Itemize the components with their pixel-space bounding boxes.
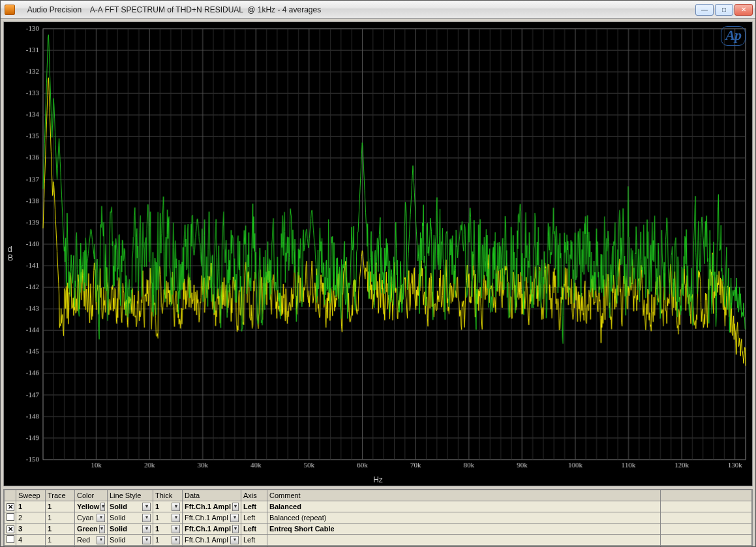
trace-cell: 1 (46, 512, 75, 524)
data-cell[interactable]: Fft.Ch.1 Ampl▾ (183, 535, 241, 546)
legend-header-trace[interactable]: Trace (46, 490, 75, 501)
legend-row[interactable]: ✕11Yellow▾Solid▾1▾Fft.Ch.1 Ampl▾LeftBala… (5, 501, 752, 512)
dropdown-icon[interactable]: ▾ (99, 525, 105, 533)
chart-area[interactable]: Ap dB Hz (3, 22, 753, 486)
axis-cell: Left (241, 535, 267, 546)
row-toggle-checkbox[interactable]: ✕ (7, 525, 14, 533)
color-cell[interactable]: Green▾ (75, 524, 108, 535)
linestyle-cell[interactable]: Solid▾ (108, 535, 153, 546)
app-icon (5, 5, 15, 15)
sweep-cell: 1 (16, 501, 46, 512)
dropdown-icon[interactable]: ▾ (230, 536, 239, 544)
row-toggle-checkbox[interactable] (7, 513, 14, 521)
trace-cell: 1 (46, 535, 75, 546)
legend-header-sweep[interactable]: Sweep (16, 490, 46, 501)
legend-row[interactable]: 21Cyan▾Solid▾1▾Fft.Ch.1 Ampl▾LeftBalance… (5, 512, 752, 524)
row-toggle[interactable]: ✕ (5, 501, 16, 512)
legend-row[interactable]: 41Red▾Solid▾1▾Fft.Ch.1 Ampl▾Left (5, 535, 752, 546)
legend-header-comment[interactable]: Comment (267, 490, 661, 501)
row-toggle[interactable] (5, 535, 16, 546)
thick-cell[interactable]: 1▾ (153, 535, 183, 546)
dropdown-icon[interactable]: ▾ (172, 503, 180, 511)
comment-cell[interactable] (267, 535, 661, 546)
thick-cell[interactable]: 1▾ (153, 512, 183, 524)
fft-spectrum-plot[interactable] (4, 22, 752, 486)
data-cell[interactable]: Fft.Ch.1 Ampl▾ (183, 501, 241, 512)
x-axis-label: Hz (373, 475, 383, 484)
row-toggle-checkbox[interactable] (7, 535, 14, 543)
comment-cell[interactable]: Balanced (repeat) (267, 512, 661, 524)
legend-panel: Sweep Trace Color Line Style Thick Data … (3, 489, 753, 547)
dropdown-icon[interactable]: ▾ (100, 503, 105, 511)
thick-cell[interactable]: 1▾ (153, 501, 183, 512)
sweep-cell: 3 (16, 524, 46, 535)
dropdown-icon[interactable]: ▾ (97, 514, 105, 522)
axis-cell: Left (241, 512, 267, 524)
title-bar: Audio Precision A-A FFT SPECTRUM of THD+… (1, 1, 755, 19)
legend-table: Sweep Trace Color Line Style Thick Data … (4, 490, 752, 547)
maximize-button[interactable]: □ (715, 4, 733, 16)
dropdown-icon[interactable]: ▾ (172, 536, 180, 544)
linestyle-cell[interactable]: Solid▾ (108, 512, 153, 524)
dropdown-icon[interactable]: ▾ (230, 514, 239, 522)
dropdown-icon[interactable]: ▾ (142, 514, 151, 522)
close-button[interactable]: ✕ (734, 4, 753, 16)
window-title: Audio Precision A-A FFT SPECTRUM of THD+… (19, 0, 695, 23)
legend-header-axis[interactable]: Axis (241, 490, 267, 501)
legend-header-style[interactable]: Line Style (108, 490, 153, 501)
legend-header-thick[interactable]: Thick (153, 490, 183, 501)
color-cell[interactable]: Red▾ (75, 535, 108, 546)
sweep-cell: 2 (16, 512, 46, 524)
comment-cell[interactable]: Entreq Short Cable (267, 524, 661, 535)
legend-header-color[interactable]: Color (75, 490, 108, 501)
extra-cell (661, 501, 752, 512)
sweep-cell: 4 (16, 535, 46, 546)
comment-cell[interactable]: Balanced (267, 501, 661, 512)
legend-row[interactable]: ✕31Green▾Solid▾1▾Fft.Ch.1 Ampl▾LeftEntre… (5, 524, 752, 535)
legend-header-toggle (5, 490, 16, 501)
axis-cell: Left (241, 501, 267, 512)
dropdown-icon[interactable]: ▾ (172, 525, 180, 533)
row-toggle[interactable] (5, 512, 16, 524)
dropdown-icon[interactable]: ▾ (232, 525, 239, 533)
color-cell[interactable]: Yellow▾ (75, 501, 108, 512)
data-cell[interactable]: Fft.Ch.1 Ampl▾ (183, 524, 241, 535)
legend-header-data[interactable]: Data (183, 490, 241, 501)
trace-cell: 1 (46, 501, 75, 512)
dropdown-icon[interactable]: ▾ (97, 536, 105, 544)
y-axis-label: dB (8, 245, 13, 262)
dropdown-icon[interactable]: ▾ (232, 503, 239, 511)
row-toggle[interactable]: ✕ (5, 524, 16, 535)
extra-cell (661, 535, 752, 546)
extra-cell (661, 512, 752, 524)
legend-header-extra (661, 490, 752, 501)
color-cell[interactable]: Cyan▾ (75, 512, 108, 524)
dropdown-icon[interactable]: ▾ (142, 525, 151, 533)
thick-cell[interactable]: 1▾ (153, 524, 183, 535)
ap-logo: Ap (721, 26, 746, 46)
trace-cell: 1 (46, 524, 75, 535)
dropdown-icon[interactable]: ▾ (172, 514, 180, 522)
linestyle-cell[interactable]: Solid▾ (108, 501, 153, 512)
legend-header-row: Sweep Trace Color Line Style Thick Data … (5, 490, 752, 501)
minimize-button[interactable]: — (695, 4, 714, 16)
axis-cell: Left (241, 524, 267, 535)
extra-cell (661, 524, 752, 535)
linestyle-cell[interactable]: Solid▾ (108, 524, 153, 535)
dropdown-icon[interactable]: ▾ (142, 536, 151, 544)
data-cell[interactable]: Fft.Ch.1 Ampl▾ (183, 512, 241, 524)
dropdown-icon[interactable]: ▾ (142, 503, 151, 511)
row-toggle-checkbox[interactable]: ✕ (7, 503, 14, 511)
